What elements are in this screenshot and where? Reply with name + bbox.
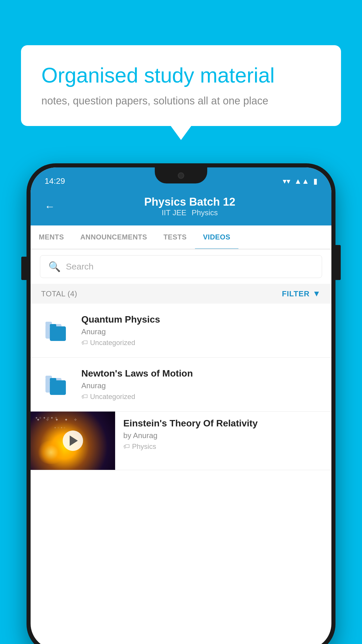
tab-bar: MENTS ANNOUNCEMENTS TESTS VIDEOS — [31, 225, 331, 249]
video-author: Anurag — [81, 327, 321, 336]
tag-icon: 🏷 — [81, 339, 88, 346]
video-tag: 🏷 Physics — [123, 442, 323, 451]
video-info: Einstein's Theory Of Relativity by Anura… — [115, 412, 331, 457]
tab-ments[interactable]: MENTS — [31, 225, 72, 249]
phone-outer: 14:29 ▾▾ ▲▲ ▮ ← Physics Batch 12 IIT JEE… — [27, 163, 335, 644]
status-time: 14:29 — [45, 176, 65, 186]
play-button[interactable] — [63, 430, 83, 451]
play-triangle-icon — [70, 435, 78, 446]
back-button[interactable]: ← — [45, 200, 55, 213]
tag-label: Uncategorized — [90, 339, 135, 347]
header-subtitle-part2: Physics — [192, 208, 218, 217]
phone-inner: 14:29 ▾▾ ▲▲ ▮ ← Physics Batch 12 IIT JEE… — [31, 167, 331, 644]
video-tag: 🏷 Uncategorized — [81, 393, 321, 401]
video-folder-icon — [41, 368, 73, 400]
battery-icon: ▮ — [313, 177, 317, 186]
app-header: ← Physics Batch 12 IIT JEE Physics — [31, 189, 331, 225]
filter-row: TOTAL (4) FILTER ▼ — [31, 284, 331, 304]
search-input[interactable]: Search — [66, 262, 94, 272]
filter-button[interactable]: FILTER ▼ — [282, 289, 321, 298]
header-subtitle-part1: IIT JEE — [162, 208, 187, 217]
tab-announcements[interactable]: ANNOUNCEMENTS — [72, 225, 155, 249]
phone-mockup: 14:29 ▾▾ ▲▲ ▮ ← Physics Batch 12 IIT JEE… — [27, 163, 335, 644]
video-author: Anurag — [81, 381, 321, 390]
front-camera — [178, 172, 184, 179]
speech-bubble: Organised study material notes, question… — [21, 45, 341, 126]
speech-bubble-heading: Organised study material — [41, 63, 321, 88]
tab-tests[interactable]: TESTS — [155, 225, 195, 249]
search-icon: 🔍 — [48, 261, 61, 272]
speech-bubble-subtext: notes, question papers, solutions all at… — [41, 95, 321, 107]
tab-videos[interactable]: VIDEOS — [195, 225, 239, 249]
list-item[interactable]: Newton's Laws of Motion Anurag 🏷 Uncateg… — [31, 358, 331, 412]
status-icons: ▾▾ ▲▲ ▮ — [283, 177, 317, 186]
tag-label: Uncategorized — [90, 393, 135, 401]
svg-rect-6 — [50, 380, 66, 395]
svg-rect-2 — [50, 326, 66, 341]
list-item[interactable]: Quantum Physics Anurag 🏷 Uncategorized — [31, 304, 331, 358]
tag-icon: 🏷 — [123, 443, 130, 450]
signal-icon: ▲▲ — [294, 177, 309, 186]
svg-rect-3 — [50, 324, 56, 328]
speech-bubble-container: Organised study material notes, question… — [21, 45, 341, 126]
video-info: Newton's Laws of Motion Anurag 🏷 Uncateg… — [81, 368, 321, 401]
video-title: Quantum Physics — [81, 314, 321, 325]
list-item[interactable]: ✦ ✧ ✦ ✧ ✦ ✧ ✦ ✧ ✦ ✧ Einstein's Theory Of… — [31, 412, 331, 470]
filter-icon: ▼ — [312, 289, 321, 298]
search-bar-container: 🔍 Search — [31, 249, 331, 284]
search-bar[interactable]: 🔍 Search — [40, 255, 322, 278]
tag-label: Physics — [132, 442, 156, 451]
phone-notch — [155, 167, 207, 183]
header-subtitle: IIT JEE Physics — [62, 208, 317, 217]
svg-rect-7 — [50, 378, 56, 382]
tag-icon: 🏷 — [81, 393, 88, 400]
wifi-icon: ▾▾ — [283, 177, 290, 186]
video-title: Newton's Laws of Motion — [81, 368, 321, 379]
video-thumbnail: ✦ ✧ ✦ ✧ ✦ ✧ ✦ ✧ ✦ ✧ — [31, 412, 115, 470]
total-label: TOTAL (4) — [41, 289, 77, 298]
video-tag: 🏷 Uncategorized — [81, 339, 321, 347]
video-author: by Anurag — [123, 431, 323, 440]
filter-label: FILTER — [282, 289, 310, 298]
video-folder-icon — [41, 314, 73, 346]
video-info: Quantum Physics Anurag 🏷 Uncategorized — [81, 314, 321, 347]
video-title: Einstein's Theory Of Relativity — [123, 418, 323, 429]
header-title-area: Physics Batch 12 IIT JEE Physics — [62, 196, 317, 217]
header-title: Physics Batch 12 — [62, 196, 317, 208]
video-list: Quantum Physics Anurag 🏷 Uncategorized — [31, 304, 331, 470]
